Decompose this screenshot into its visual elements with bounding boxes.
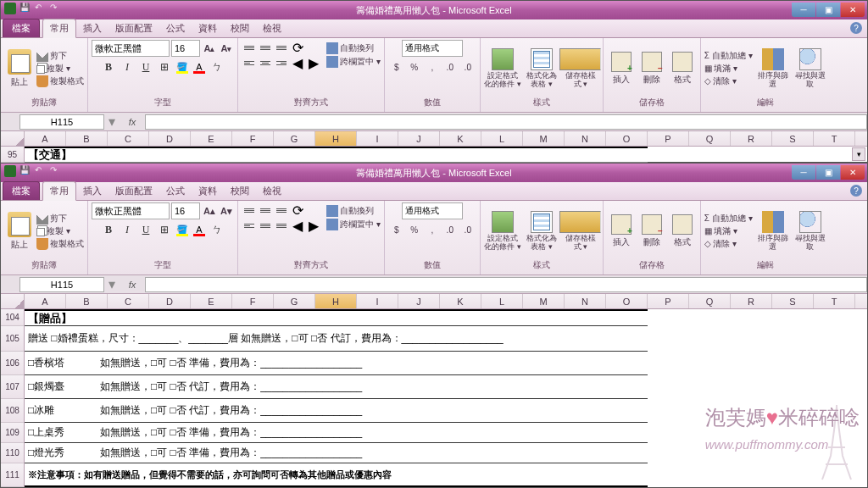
cell-styles-button[interactable]: 儲存格樣式 ▾ [562, 48, 599, 89]
sort-filter-button[interactable]: 排序與篩選 [756, 211, 790, 252]
row-header[interactable]: 105 [1, 326, 25, 352]
grid-area[interactable]: 104 105 106 107 108 109 110 111 【贈品】 贈送 … [1, 309, 867, 487]
formula-input[interactable] [145, 277, 867, 292]
conditional-format-button[interactable]: 設定格式化的條件 ▾ [484, 48, 521, 89]
qat-redo-icon[interactable]: ↷ [50, 3, 62, 14]
tab-data[interactable]: 資料 [192, 182, 224, 200]
help-icon[interactable]: ? [850, 22, 862, 34]
italic-button[interactable]: I [119, 221, 136, 238]
fx-icon[interactable]: fx [125, 117, 140, 127]
row-header[interactable]: 111 [1, 463, 25, 487]
align-top-button[interactable] [242, 40, 257, 55]
fill-button[interactable]: ▦ 填滿 ▾ [704, 63, 753, 75]
note-row[interactable]: ※注意事項：如有贈送贈品，但覺得不需要的話，亦可詢問可否轉為其他贈品或優惠內容 [25, 463, 648, 487]
phonetic-button[interactable]: ㄅ [209, 221, 225, 238]
paste-button[interactable]: 貼上 [4, 212, 35, 251]
copy-button[interactable]: 複製 ▾ [36, 63, 84, 75]
row-header[interactable]: 95 [1, 147, 25, 163]
row-header[interactable]: 104 [1, 309, 25, 326]
merge-center-button[interactable]: 跨欄置中 ▾ [326, 219, 381, 230]
font-size-combo[interactable]: 16 [171, 202, 200, 219]
row-header[interactable]: 106 [1, 352, 25, 375]
dec-decimal-button[interactable]: .0 [459, 58, 476, 75]
tab-insert[interactable]: 插入 [76, 19, 108, 37]
grow-font-button[interactable]: A▴ [202, 203, 217, 219]
font-size-combo[interactable]: 16 [171, 40, 200, 57]
section-title[interactable]: 【贈品】 [25, 309, 648, 326]
col-header[interactable]: G [274, 131, 315, 146]
font-name-combo[interactable]: 微軟正黑體 [92, 40, 170, 57]
format-cells-button[interactable]: 格式 [668, 214, 697, 248]
col-header[interactable]: J [398, 131, 440, 146]
tab-review[interactable]: 校閱 [224, 19, 256, 37]
tab-view[interactable]: 檢視 [256, 19, 288, 37]
col-header[interactable]: T [814, 131, 855, 146]
inc-decimal-button[interactable]: .0 [442, 58, 459, 75]
border-button[interactable]: ⊞ [156, 58, 173, 75]
qat-undo-icon[interactable]: ↶ [35, 165, 47, 177]
select-all-corner[interactable] [1, 294, 25, 308]
insert-cells-button[interactable]: 插入 [607, 52, 636, 86]
format-painter-button[interactable]: 複製格式 [36, 238, 84, 250]
wrap-text-button[interactable]: 自動換列 [326, 205, 381, 217]
font-color-button[interactable]: A [192, 223, 207, 236]
format-cells-button[interactable]: 格式 [668, 52, 697, 86]
grow-font-button[interactable]: A▴ [202, 41, 217, 56]
col-header[interactable]: F [232, 131, 274, 146]
tab-formulas[interactable]: 公式 [159, 182, 192, 200]
file-tab[interactable]: 檔案 [3, 181, 40, 200]
col-header[interactable]: E [191, 131, 232, 146]
align-bottom-button[interactable] [274, 40, 289, 55]
col-header[interactable]: H [315, 131, 357, 146]
format-table-button[interactable]: 格式化為表格 ▾ [523, 211, 560, 252]
fill-color-button[interactable]: 🪣 [175, 223, 190, 236]
col-header[interactable]: L [481, 131, 523, 146]
minimize-button[interactable]: ─ [792, 165, 815, 180]
table-row[interactable]: □上桌秀如無贈送，□可 □否 準備，費用為：__________________ [25, 423, 648, 443]
row-header[interactable]: 110 [1, 443, 25, 463]
namebox-dropdown-icon[interactable]: ▾ [104, 276, 120, 292]
col-header[interactable]: D [149, 131, 191, 146]
number-format-combo[interactable]: 通用格式 [402, 40, 463, 57]
align-center-button[interactable] [258, 55, 273, 70]
col-header[interactable]: I [357, 131, 398, 146]
formula-input[interactable] [145, 114, 867, 130]
table-row[interactable]: □冰雕如無贈送，□可 □否 代訂，費用為：__________________ [25, 399, 648, 423]
find-select-button[interactable]: 尋找與選取 [793, 211, 827, 252]
find-select-button[interactable]: 尋找與選取 [793, 48, 827, 89]
bold-button[interactable]: B [100, 58, 117, 75]
tab-view[interactable]: 檢視 [256, 182, 288, 200]
italic-button[interactable]: I [119, 58, 136, 75]
format-painter-button[interactable]: 複製格式 [36, 75, 84, 87]
qat-undo-icon[interactable]: ↶ [35, 3, 47, 14]
qat-save-icon[interactable]: 💾 [19, 3, 31, 14]
fill-color-button[interactable]: 🪣 [175, 60, 190, 74]
col-header[interactable]: R [731, 131, 772, 146]
maximize-button[interactable]: ▣ [816, 165, 840, 180]
underline-button[interactable]: U [137, 221, 154, 238]
align-left-button[interactable] [242, 55, 257, 70]
shrink-font-button[interactable]: A▾ [219, 203, 234, 219]
cell-styles-button[interactable]: 儲存格樣式 ▾ [562, 211, 599, 252]
number-format-combo[interactable]: 通用格式 [402, 202, 463, 219]
indent-dec-button[interactable]: ◀ [290, 55, 305, 70]
tab-review[interactable]: 校閱 [224, 182, 256, 200]
cell-content[interactable]: 【交通】 [25, 147, 648, 163]
cut-button[interactable]: 剪下 [36, 50, 84, 62]
col-header[interactable]: M [523, 131, 565, 146]
col-header[interactable]: O [606, 131, 648, 146]
align-right-button[interactable] [274, 55, 289, 70]
underline-button[interactable]: U [137, 58, 154, 75]
close-button[interactable]: ✕ [841, 3, 865, 17]
table-row[interactable]: □香檳塔如無贈送，□可 □否 準備，費用為：__________________ [25, 352, 648, 375]
table-row[interactable]: □銀燭臺如無贈送，□可 □否 代訂，費用為：__________________ [25, 375, 648, 399]
currency-button[interactable]: $ [388, 58, 405, 75]
delete-cells-button[interactable]: 刪除 [637, 52, 666, 86]
indent-inc-button[interactable]: ▶ [306, 55, 321, 70]
percent-button[interactable]: % [406, 58, 423, 75]
col-header[interactable]: A [25, 131, 66, 146]
grid-area[interactable]: 95 【交通】 [1, 147, 867, 164]
col-header[interactable]: B [66, 131, 108, 146]
tab-formulas[interactable]: 公式 [159, 19, 192, 37]
close-button[interactable]: ✕ [841, 165, 865, 180]
